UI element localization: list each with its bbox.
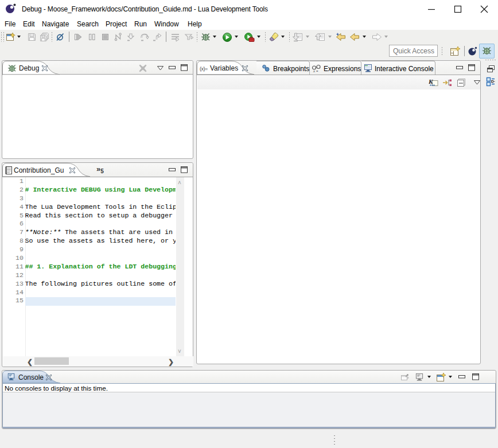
- svg-text:K: K: [429, 78, 433, 85]
- svg-text:=: =: [316, 69, 318, 73]
- svg-text:x: x: [313, 69, 316, 73]
